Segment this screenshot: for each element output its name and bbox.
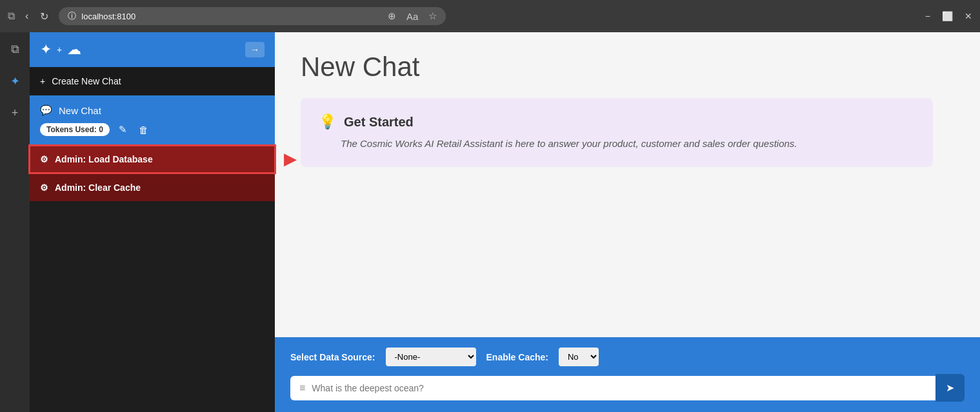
admin-clear-cache-button[interactable]: ⚙ Admin: Clear Cache <box>30 174 275 201</box>
bookmark-icon[interactable]: ☆ <box>428 10 437 22</box>
chat-item-title-row: 💬 New Chat <box>40 104 265 116</box>
enable-cache-label: Enable Cache: <box>486 352 548 362</box>
get-started-title: Get Started <box>344 115 414 130</box>
get-started-description: The Cosmic Works AI Retail Assistant is … <box>319 137 915 152</box>
lightbulb-icon: 💡 <box>319 113 336 130</box>
chat-input-row: ≡ ➤ <box>290 374 965 402</box>
url-text: localhost:8100 <box>81 12 135 21</box>
address-bar-icons: ⊕ Aa ☆ <box>388 10 437 22</box>
main-scrollable-area: New Chat 💡 Get Started The Cosmic Works … <box>275 32 980 337</box>
address-bar[interactable]: ⓘ localhost:8100 ⊕ Aa ☆ <box>59 7 446 25</box>
app-nav-icon[interactable]: ✦ <box>6 70 24 92</box>
chat-input-area: ≡ <box>290 376 935 400</box>
chat-item-actions-row: Tokens Used: 0 ✎ 🗑 <box>40 123 265 137</box>
admin-load-database-button[interactable]: ⚙ Admin: Load Database ▶ <box>30 146 275 173</box>
logo-plus-label: + <box>57 44 62 55</box>
admin-load-db-icon: ⚙ <box>40 154 48 164</box>
zoom-icon[interactable]: ⊕ <box>388 10 396 22</box>
chat-input-field[interactable] <box>312 383 926 393</box>
main-content: New Chat 💡 Get Started The Cosmic Works … <box>275 32 980 412</box>
cloud-icon: ☁ <box>67 41 81 58</box>
tabs-icon[interactable]: ⧉ <box>7 39 23 60</box>
reader-mode-icon[interactable]: Aa <box>406 11 418 22</box>
nav-buttons: ‹ ↻ <box>21 8 52 25</box>
create-chat-label: Create New Chat <box>52 76 121 86</box>
info-icon: ⓘ <box>68 10 76 22</box>
data-source-label: Select Data Source: <box>290 352 375 362</box>
app-container: ⧉ ✦ + ✦ + ☁ → + Create New Chat 💬 New Ch… <box>0 32 980 412</box>
left-sidebar: ✦ + ☁ → + Create New Chat 💬 New Chat Tok… <box>30 32 275 412</box>
create-new-chat-button[interactable]: + Create New Chat <box>30 67 275 95</box>
get-started-card: 💡 Get Started The Cosmic Works AI Retail… <box>301 98 933 167</box>
page-title: New Chat <box>301 52 954 83</box>
send-message-button[interactable]: ➤ <box>935 374 965 402</box>
delete-chat-button[interactable]: 🗑 <box>136 123 151 137</box>
create-plus-icon: + <box>40 76 45 86</box>
bottom-bar: Select Data Source: -None- Enable Cache:… <box>275 337 980 412</box>
maximize-button[interactable]: ⬜ <box>942 11 953 21</box>
admin-clear-cache-label: Admin: Clear Cache <box>55 182 141 193</box>
chat-list-item[interactable]: 💬 New Chat Tokens Used: 0 ✎ 🗑 <box>30 95 275 146</box>
tokens-used-badge: Tokens Used: 0 <box>40 123 110 136</box>
chat-input-prefix-icon: ≡ <box>299 382 305 394</box>
chat-item-title: New Chat <box>59 105 101 116</box>
back-button[interactable]: ‹ <box>21 8 32 25</box>
logo-star-icon: ✦ <box>40 41 52 58</box>
refresh-button[interactable]: ↻ <box>36 8 52 25</box>
add-icon[interactable]: + <box>8 103 23 124</box>
minimize-button[interactable]: − <box>925 11 930 21</box>
bottom-bar-controls-row: Select Data Source: -None- Enable Cache:… <box>290 348 965 366</box>
chat-bubble-icon: 💬 <box>40 104 52 116</box>
logo-area: ✦ + ☁ <box>40 41 81 58</box>
edit-chat-button[interactable]: ✎ <box>116 123 130 137</box>
tab-pages-icon: ⧉ <box>8 10 15 22</box>
collapse-sidebar-button[interactable]: → <box>245 42 265 57</box>
admin-clear-cache-icon: ⚙ <box>40 182 48 193</box>
narrow-sidebar: ⧉ ✦ + <box>0 32 30 412</box>
sidebar-header: ✦ + ☁ → <box>30 32 275 67</box>
admin-load-db-label: Admin: Load Database <box>55 154 153 164</box>
data-source-select[interactable]: -None- <box>386 348 476 366</box>
browser-chrome: ⧉ ‹ ↻ ⓘ localhost:8100 ⊕ Aa ☆ − ⬜ ✕ <box>0 0 980 32</box>
enable-cache-select[interactable]: No Yes <box>559 348 599 366</box>
get-started-header: 💡 Get Started <box>319 113 915 130</box>
tabs-area: ⧉ <box>8 10 15 22</box>
window-controls: − ⬜ ✕ <box>925 11 972 21</box>
close-button[interactable]: ✕ <box>965 11 972 21</box>
